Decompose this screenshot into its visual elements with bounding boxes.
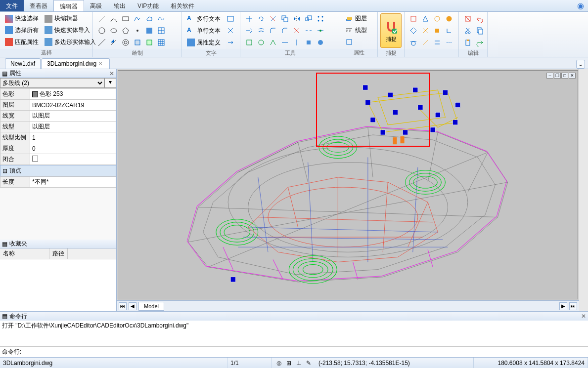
tab-nav-prev-icon[interactable]: ◀ bbox=[129, 302, 136, 310]
fav-col-path[interactable]: 路径 bbox=[49, 248, 68, 259]
tool-a-icon[interactable] bbox=[244, 37, 255, 48]
scale-icon[interactable] bbox=[303, 13, 314, 24]
ray-icon[interactable] bbox=[108, 37, 119, 48]
donut-icon[interactable] bbox=[120, 37, 131, 48]
ellipse-icon[interactable] bbox=[108, 25, 119, 36]
prop-closed-value[interactable] bbox=[30, 154, 116, 165]
spline-icon[interactable] bbox=[156, 13, 167, 24]
trim-icon[interactable] bbox=[268, 13, 278, 24]
vertex-section-header[interactable]: ⊟顶点 bbox=[0, 165, 116, 176]
copy-clip-icon[interactable] bbox=[474, 25, 485, 36]
tool-b-icon[interactable] bbox=[256, 37, 267, 48]
rotate-icon[interactable] bbox=[256, 13, 267, 24]
prop-layer-value[interactable]: BMCD2-02ZCAR19 bbox=[30, 100, 116, 111]
cloud-icon[interactable] bbox=[144, 13, 155, 24]
fav-col-name[interactable]: 名称 bbox=[0, 248, 49, 259]
tab-nav-last-icon[interactable]: ⏭ bbox=[569, 302, 577, 310]
text-tool3-icon[interactable] bbox=[225, 37, 236, 48]
snap-ext-icon[interactable] bbox=[444, 37, 454, 48]
join-icon[interactable] bbox=[315, 25, 326, 36]
snap-button[interactable]: 捕捉 bbox=[380, 13, 402, 48]
polyline-icon[interactable] bbox=[132, 13, 143, 24]
layer-button[interactable]: 图层 bbox=[343, 13, 369, 24]
offset-icon[interactable] bbox=[256, 25, 267, 36]
prop-color-value[interactable]: 色彩 253 bbox=[30, 89, 116, 100]
tabs-menu-icon[interactable]: ⌄ bbox=[576, 60, 585, 69]
arc-icon[interactable] bbox=[108, 13, 119, 24]
circle-icon[interactable] bbox=[96, 25, 107, 36]
select-all-button[interactable]: 选择所有 bbox=[3, 25, 41, 36]
canvas-restore-icon[interactable]: ❐ bbox=[554, 73, 561, 79]
block-editor-button[interactable]: 块编辑器 bbox=[43, 13, 98, 24]
shape1-icon[interactable] bbox=[132, 37, 143, 48]
match-props-button[interactable]: 匹配属性 bbox=[3, 37, 41, 47]
snap-near-icon[interactable] bbox=[420, 37, 431, 48]
snap-mid-icon[interactable] bbox=[420, 13, 431, 24]
snap-end-icon[interactable] bbox=[408, 13, 419, 24]
snap-int-icon[interactable] bbox=[420, 25, 431, 36]
prop-thickness-value[interactable]: 0 bbox=[30, 143, 116, 154]
redo-icon[interactable] bbox=[474, 37, 485, 48]
entity-selector[interactable]: 多段线 (2) bbox=[0, 78, 104, 88]
quick-select-button[interactable]: 快速选择 bbox=[3, 13, 41, 24]
hatch-icon[interactable] bbox=[144, 25, 155, 36]
polygon-icon[interactable] bbox=[120, 25, 131, 36]
attdef-button[interactable]: 属性定义 bbox=[185, 37, 223, 48]
copy-icon[interactable] bbox=[279, 13, 290, 24]
status-icon-grid[interactable]: ⊞ bbox=[285, 359, 293, 367]
mtext-button[interactable]: A多行文本 bbox=[185, 13, 223, 24]
break-icon[interactable] bbox=[303, 25, 314, 36]
menu-output[interactable]: 输出 bbox=[108, 0, 132, 11]
paste-icon[interactable] bbox=[462, 37, 473, 48]
xline-icon[interactable] bbox=[96, 37, 107, 48]
chamfer-icon[interactable] bbox=[279, 25, 290, 36]
tool-e-icon[interactable] bbox=[291, 37, 302, 48]
prop-length-value[interactable]: *不同* bbox=[30, 177, 116, 188]
status-icon-osnap[interactable]: ◎ bbox=[275, 359, 283, 367]
menu-related[interactable]: 相关软件 bbox=[165, 0, 200, 11]
menu-editor[interactable]: 编辑器 bbox=[53, 0, 84, 11]
menu-advanced[interactable]: 高级 bbox=[84, 0, 108, 11]
drawing-canvas[interactable]: – ❐ □ ✕ bbox=[118, 70, 578, 299]
status-icon-ortho[interactable]: ⊥ bbox=[295, 359, 303, 367]
delete-icon[interactable] bbox=[462, 13, 473, 24]
cut-icon[interactable] bbox=[462, 25, 473, 36]
grid-icon[interactable] bbox=[156, 37, 167, 48]
rect-icon[interactable] bbox=[120, 13, 131, 24]
text-button[interactable]: A单行文本 bbox=[185, 25, 223, 36]
array-icon[interactable] bbox=[315, 13, 326, 24]
canvas-min-icon[interactable]: – bbox=[546, 73, 553, 79]
fillet-icon[interactable] bbox=[268, 25, 278, 36]
model-tab[interactable]: Model bbox=[138, 302, 164, 311]
menu-viewer[interactable]: 查看器 bbox=[24, 0, 53, 11]
snap-node-icon[interactable] bbox=[444, 13, 454, 24]
prop-ltscale-value[interactable]: 1 bbox=[30, 132, 116, 143]
linetype-button[interactable]: 线型 bbox=[343, 25, 369, 36]
close-tab-icon[interactable]: ✕ bbox=[98, 61, 104, 67]
properties-close-icon[interactable]: ✕ bbox=[109, 70, 114, 77]
quick-import-button[interactable]: 快速实体导入 bbox=[43, 25, 98, 36]
canvas-max-icon[interactable]: □ bbox=[561, 73, 568, 79]
canvas-close-icon[interactable]: ✕ bbox=[569, 73, 576, 79]
props-more-button[interactable] bbox=[343, 37, 369, 47]
prop-linetype-value[interactable]: 以图层 bbox=[30, 122, 116, 132]
explode-icon[interactable] bbox=[291, 25, 302, 36]
tool-c-icon[interactable] bbox=[268, 37, 278, 48]
snap-par-icon[interactable] bbox=[432, 37, 443, 48]
text-tool2-icon[interactable] bbox=[225, 25, 236, 36]
file-tab-new1[interactable]: New1.dxf bbox=[5, 58, 41, 69]
extend-icon[interactable] bbox=[244, 25, 255, 36]
snap-cen-icon[interactable] bbox=[432, 13, 443, 24]
prop-lineweight-value[interactable]: 以图层 bbox=[30, 111, 116, 122]
tool-d-icon[interactable] bbox=[279, 37, 290, 48]
move-icon[interactable] bbox=[244, 13, 255, 24]
status-icon-polar[interactable]: ✎ bbox=[305, 359, 313, 367]
shape2-icon[interactable] bbox=[144, 37, 155, 48]
tool-f-icon[interactable] bbox=[303, 37, 314, 48]
snap-tan-icon[interactable] bbox=[408, 37, 419, 48]
tool-g-icon[interactable] bbox=[315, 37, 326, 48]
snap-ins-icon[interactable] bbox=[432, 25, 443, 36]
menu-file[interactable]: 文件 bbox=[0, 0, 24, 11]
poly-import-button[interactable]: 多边形实体输入 bbox=[43, 37, 98, 47]
help-icon[interactable]: ◉ bbox=[573, 0, 588, 11]
